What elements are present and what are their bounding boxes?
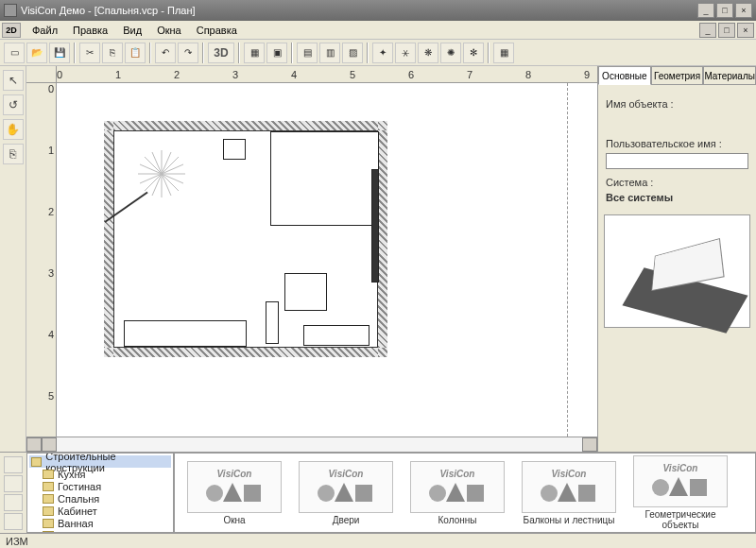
rotate-tool[interactable]: ↺ — [3, 94, 24, 115]
tool-button[interactable]: ▨ — [342, 43, 363, 63]
menu-edit[interactable]: Правка — [65, 23, 115, 38]
mdi-close-button[interactable]: × — [737, 23, 754, 38]
properties-panel: Основные Геометрия Материалы Имя объекта… — [597, 66, 756, 452]
tool-button[interactable]: ▤ — [297, 43, 318, 63]
tree-node[interactable]: Холл — [29, 529, 171, 533]
folder-icon — [43, 482, 54, 491]
redo-button[interactable]: ↷ — [178, 43, 198, 63]
tool-button[interactable]: ✦ — [372, 43, 393, 63]
separator — [238, 43, 240, 63]
furniture-item[interactable] — [223, 139, 246, 160]
titlebar: VisiCon Демо - [Спальня.vcp - План] _ □ … — [0, 0, 756, 21]
tree-node[interactable]: Гостиная — [29, 480, 171, 492]
library-tree[interactable]: Строительные конструкции Кухня Гостиная … — [26, 453, 174, 533]
wardrobe-item[interactable] — [124, 320, 247, 347]
folder-icon — [43, 506, 54, 516]
tool-button[interactable]: ▣ — [266, 43, 287, 63]
panel-tool-button[interactable] — [4, 513, 23, 530]
copy-button[interactable]: ⎘ — [102, 43, 123, 63]
scroll-left-button[interactable] — [42, 437, 57, 452]
new-button[interactable]: ▭ — [4, 43, 25, 63]
canvas-area: 0 1 2 3 4 5 6 7 8 9 0 1 2 3 4 5 — [26, 66, 597, 452]
catalog-item[interactable]: VisiCon Колонны — [405, 461, 509, 525]
mdi-minimize-button[interactable]: _ — [699, 23, 716, 38]
tool-button[interactable]: ⚹ — [395, 43, 416, 63]
separator — [74, 43, 76, 63]
minimize-button[interactable]: _ — [697, 3, 714, 18]
catalog-item[interactable]: VisiCon Геометрические объекты — [628, 455, 732, 530]
drawing-canvas[interactable] — [57, 83, 597, 437]
mode-2d-badge[interactable]: 2D — [2, 23, 21, 38]
close-button[interactable]: × — [735, 3, 752, 18]
ruler-vertical: 0 1 2 3 4 5 — [26, 83, 57, 437]
save-button[interactable]: 💾 — [49, 43, 70, 63]
menu-view[interactable]: Вид — [115, 23, 149, 38]
catalog-item[interactable]: VisiCon Окна — [182, 461, 286, 525]
ruler-horizontal: 0 1 2 3 4 5 6 7 8 9 — [26, 66, 597, 83]
folder-icon — [31, 457, 42, 467]
objectname-label: Имя объекта : — [606, 98, 748, 110]
menu-windows[interactable]: Окна — [149, 23, 189, 38]
menubar: 2D Файл Правка Вид Окна Справка _ □ × — [0, 21, 756, 40]
pan-tool[interactable]: ✋ — [3, 119, 24, 140]
tool-button[interactable]: ✻ — [463, 43, 484, 63]
tool-button[interactable]: ❋ — [418, 43, 438, 63]
left-toolbox: ↖ ↺ ✋ ⎘ — [0, 66, 26, 452]
status-mode: ИЗМ — [6, 536, 28, 547]
folder-icon — [43, 494, 54, 504]
menu-file[interactable]: Файл — [25, 23, 65, 38]
catalog-item[interactable]: VisiCon Балконы и лестницы — [517, 461, 621, 525]
scroll-left-button[interactable] — [26, 437, 42, 452]
undo-button[interactable]: ↶ — [155, 43, 176, 63]
tool-button[interactable]: ✺ — [440, 43, 461, 63]
guide-line — [567, 83, 568, 437]
catalog-item[interactable]: VisiCon Двери — [294, 461, 398, 525]
folder-icon — [43, 470, 54, 479]
maximize-button[interactable]: □ — [716, 3, 733, 18]
pointer-tool[interactable]: ↖ — [3, 70, 24, 91]
cut-button[interactable]: ✂ — [79, 43, 100, 63]
separator — [291, 43, 293, 63]
furniture-item[interactable] — [266, 301, 279, 344]
tree-node[interactable]: Спальня — [29, 492, 171, 505]
tree-node[interactable]: Ванная — [29, 517, 171, 529]
menu-help[interactable]: Справка — [189, 23, 245, 38]
system-value: Все системы — [606, 192, 748, 203]
system-label: Система : — [606, 177, 748, 188]
bottom-panel: Строительные конструкции Кухня Гостиная … — [0, 452, 756, 533]
mdi-maximize-button[interactable]: □ — [718, 23, 735, 38]
panel-tool-button[interactable] — [4, 456, 23, 473]
room-plan[interactable] — [104, 121, 387, 357]
paste-button[interactable]: 📋 — [125, 43, 146, 63]
username-input[interactable] — [606, 153, 748, 169]
panel-tool-button[interactable] — [4, 494, 23, 511]
tab-geometry[interactable]: Геометрия — [651, 66, 704, 85]
chair-item[interactable] — [284, 273, 327, 311]
toolbar: ▭ 📂 💾 ✂ ⎘ 📋 ↶ ↷ 3D ▦ ▣ ▤ ▥ ▨ ✦ ⚹ ❋ ✺ ✻ ▦ — [0, 40, 756, 66]
bed-item[interactable] — [270, 131, 379, 226]
folder-icon — [43, 519, 54, 528]
window-item[interactable] — [371, 169, 379, 283]
app-icon — [4, 4, 17, 17]
panel-tool-button[interactable] — [4, 475, 23, 492]
tab-materials[interactable]: Материалы — [703, 66, 756, 85]
tool-button[interactable]: ▦ — [244, 43, 265, 63]
3d-preview[interactable] — [604, 214, 750, 328]
scrollbar-horizontal[interactable] — [26, 437, 597, 452]
tab-main[interactable]: Основные — [598, 66, 651, 85]
separator — [367, 43, 369, 63]
scroll-right-button[interactable] — [582, 437, 597, 452]
open-button[interactable]: 📂 — [26, 43, 47, 63]
desk-item[interactable] — [303, 325, 369, 346]
window-title: VisiCon Демо - [Спальня.vcp - План] — [21, 5, 697, 16]
mirror-tool[interactable]: ⎘ — [3, 144, 24, 164]
separator — [149, 43, 151, 63]
tree-node[interactable]: Кабинет — [29, 505, 171, 517]
statusbar: ИЗМ — [0, 533, 756, 548]
username-label: Пользовательское имя : — [606, 138, 748, 149]
tree-node-root[interactable]: Строительные конструкции — [29, 455, 171, 468]
grid-button[interactable]: ▦ — [493, 43, 514, 63]
tool-button[interactable]: ▥ — [319, 43, 340, 63]
3d-button[interactable]: 3D — [208, 43, 234, 63]
bottom-toolbox — [0, 453, 26, 533]
